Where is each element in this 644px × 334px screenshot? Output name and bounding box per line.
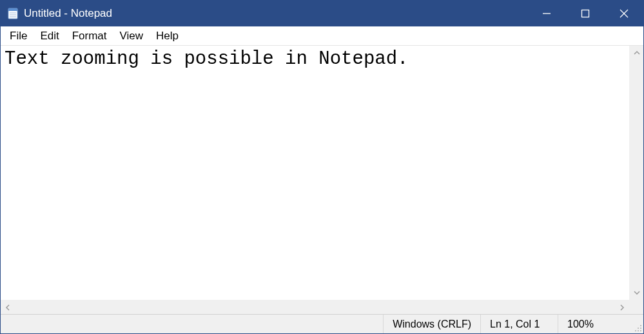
notepad-icon bbox=[7, 8, 19, 19]
status-line-ending: Windows (CRLF) bbox=[384, 315, 481, 333]
titlebar[interactable]: Untitled - Notepad bbox=[1, 1, 643, 26]
text-editor[interactable]: Text zooming is possible in Notepad. bbox=[1, 46, 643, 300]
svg-point-14 bbox=[640, 330, 641, 331]
close-button[interactable] bbox=[605, 1, 643, 26]
svg-point-10 bbox=[638, 328, 639, 329]
svg-point-11 bbox=[640, 328, 641, 329]
status-cursor-position: Ln 1, Col 1 bbox=[481, 315, 558, 333]
scroll-down-icon[interactable] bbox=[630, 286, 644, 300]
menu-format[interactable]: Format bbox=[66, 28, 113, 44]
svg-point-13 bbox=[638, 330, 639, 331]
window-title: Untitled - Notepad bbox=[24, 7, 527, 20]
scroll-corner bbox=[629, 300, 643, 315]
menu-edit[interactable]: Edit bbox=[34, 28, 65, 44]
menu-view[interactable]: View bbox=[113, 28, 150, 44]
minimize-button[interactable] bbox=[527, 1, 566, 26]
svg-rect-1 bbox=[8, 8, 17, 11]
horizontal-scrollbar[interactable] bbox=[1, 300, 643, 314]
svg-rect-6 bbox=[582, 10, 589, 17]
editor-area: Text zooming is possible in Notepad. bbox=[1, 46, 643, 314]
svg-point-9 bbox=[640, 325, 641, 326]
scroll-left-icon[interactable] bbox=[1, 300, 15, 315]
menubar: File Edit Format View Help bbox=[1, 26, 643, 46]
statusbar: Windows (CRLF) Ln 1, Col 1 100% bbox=[1, 314, 643, 333]
status-spacer bbox=[1, 315, 384, 333]
maximize-button[interactable] bbox=[566, 1, 605, 26]
resize-grip-icon[interactable] bbox=[629, 315, 643, 333]
scroll-right-icon[interactable] bbox=[615, 300, 629, 315]
status-zoom: 100% bbox=[558, 315, 629, 333]
vertical-scrollbar[interactable] bbox=[629, 46, 643, 300]
scroll-up-icon[interactable] bbox=[630, 46, 644, 60]
window-controls bbox=[527, 1, 643, 26]
menu-file[interactable]: File bbox=[3, 28, 34, 44]
menu-help[interactable]: Help bbox=[150, 28, 185, 44]
svg-point-12 bbox=[635, 330, 636, 331]
